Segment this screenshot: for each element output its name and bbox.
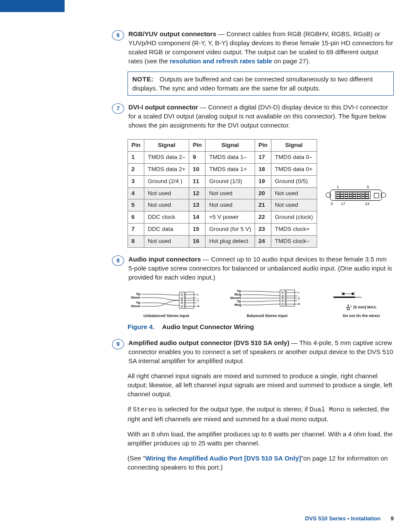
mono-text: Dual Mono (310, 406, 345, 414)
signal-cell: TMDS data 1– (206, 151, 255, 163)
dvi-pin-label: 1 (337, 184, 339, 190)
table-row: 2TMDS data 2+10TMDS data 1+18TMDS data 0… (128, 163, 317, 175)
svg-point-4 (181, 299, 183, 301)
pin-number-cell: 23 (255, 224, 271, 236)
figure-label: Figure 4. (128, 323, 155, 330)
item-text-after: on page 27). (272, 57, 310, 65)
pin-number-cell: 5 (128, 199, 144, 212)
wire-measure-icon (329, 289, 394, 302)
pin-number-cell: 10 (189, 163, 206, 175)
signal-cell: Not used (206, 199, 255, 212)
footer-title: DVS 510 Series • Installation (305, 515, 380, 522)
svg-text:L: L (197, 293, 199, 296)
dvi-connector-diagram: 1 8 9 17 24 (326, 188, 386, 202)
svg-text:R: R (197, 305, 199, 308)
wire-measure-text: 3 16 " (5 mm) MAX. (329, 304, 394, 311)
pin-number-cell: 9 (189, 151, 206, 163)
table-row: 4Not used12Not used20Not used (128, 187, 317, 199)
bullet-number: 6 (112, 30, 124, 40)
pin-number-cell: 21 (255, 199, 271, 212)
pin-number-cell: 4 (128, 187, 144, 199)
bullet-number: 9 (112, 339, 124, 349)
figure-4-caption: Figure 4. Audio Input Connector Wiring (128, 322, 394, 331)
item-title: Amplified audio output connector (DVS 51… (128, 339, 290, 346)
wire-label: Tip (136, 301, 140, 305)
signal-cell: TMDS clock– (271, 236, 317, 248)
pin-number-cell: 14 (189, 212, 206, 224)
paragraph: With an 8 ohm load, the amplifier produc… (128, 429, 394, 448)
item-body: RGB/YUV output connectors — Connect cabl… (128, 29, 394, 65)
pin-number-cell: 6 (128, 212, 144, 224)
item-title: DVI-I output connector (128, 103, 198, 111)
table-header: Signal (271, 140, 317, 152)
signal-cell: Ground (2/4 ) (144, 175, 189, 187)
signal-cell: Not used (271, 187, 317, 199)
signal-cell: Not used (144, 199, 189, 212)
list-item-6: 6 RGB/YUV output connectors — Connect ca… (112, 29, 394, 65)
dvi-pin-label: 24 (365, 201, 370, 207)
pin-number-cell: 2 (128, 163, 144, 175)
balanced-stereo-diagram: TipRingSleevesTipRing L–⏚–R (226, 288, 308, 319)
figure-caption: Unbalanced Stereo Input (128, 313, 205, 319)
signal-cell: Ground (for 5 V) (206, 224, 255, 236)
wire-length-diagram: 3 16 " (5 mm) MAX. Do not tin the wires! (329, 289, 394, 319)
bullet-number: 7 (112, 103, 124, 114)
signal-cell: TMDS data 0+ (271, 163, 317, 175)
svg-point-25 (282, 295, 283, 297)
pin-number-cell: 8 (128, 236, 144, 248)
table-row: 5Not used13Not used21Not used (128, 199, 317, 212)
table-header: Signal (206, 140, 255, 152)
signal-cell: TMDS data 1+ (206, 163, 255, 175)
signal-cell: DDC data (144, 224, 189, 236)
svg-text:–: – (298, 299, 300, 302)
audio-wiring-figures: Tip Sleeve Tip Sleeve (128, 288, 394, 319)
table-row: 7DDC data15Ground (for 5 V)23TMDS clock+ (128, 224, 317, 236)
pin-number-cell: 19 (255, 175, 271, 187)
pin-number-cell: 12 (189, 187, 206, 199)
page-footer: DVS 510 Series • Installation 9 (112, 515, 394, 523)
signal-cell: DDC clock (144, 212, 189, 224)
pin-number-cell: 22 (255, 212, 271, 224)
paragraph: If Stereo is selected for the output typ… (128, 404, 394, 423)
pin-number-cell: 1 (128, 151, 144, 163)
svg-text:Tip: Tip (237, 289, 241, 293)
svg-text:Tip: Tip (237, 300, 241, 303)
bullet-number: 8 (112, 255, 124, 266)
item-body: Audio input connectors — Connect up to 1… (128, 255, 394, 282)
svg-point-26 (282, 297, 283, 299)
pin-number-cell: 17 (255, 151, 271, 163)
pin-number-cell: 20 (255, 187, 271, 199)
header-color-bar (0, 0, 65, 12)
wiring-diagram-icon: Tip Sleeve Tip Sleeve (128, 290, 205, 311)
signal-cell: Not used (271, 199, 317, 212)
svg-point-2 (181, 294, 183, 296)
figure-caption: Do not tin the wires! (329, 313, 394, 319)
svg-text:Ring: Ring (234, 293, 241, 296)
dvi-pin-label: 9 (331, 201, 333, 207)
wire-label: Sleeve (131, 296, 140, 299)
figure-title: Audio Input Connector Wiring (162, 323, 254, 330)
pin-number-cell: 11 (189, 175, 206, 187)
pin-number-cell: 3 (128, 175, 144, 187)
dvi-pin-table: PinSignalPinSignalPinSignal 1TMDS data 2… (128, 139, 317, 248)
signal-cell: +5 V power (206, 212, 255, 224)
pin-number-cell: 16 (189, 236, 206, 248)
note-text: Outputs are buffered and can be connecte… (132, 75, 373, 92)
dvi-pin-label: 17 (341, 201, 346, 207)
item-body: DVI-I output connector — Connect a digit… (128, 103, 394, 130)
wiring-diagram-icon: TipRingSleevesTipRing L–⏚–R (226, 288, 308, 311)
signal-cell: Not used (144, 236, 189, 248)
svg-point-24 (282, 292, 283, 293)
signal-cell: Not used (144, 187, 189, 199)
wiring-audio-port-link[interactable]: Wiring the Amplified Audio Port [DVS 510… (145, 454, 301, 462)
table-row: 3Ground (2/4 )11Ground (1/3)19Ground (0/… (128, 175, 317, 187)
pin-number-cell: 15 (189, 224, 206, 236)
svg-point-28 (282, 303, 283, 305)
signal-cell: TMDS clock+ (271, 224, 317, 236)
list-item-7: 7 DVI-I output connector — Connect a dig… (112, 103, 394, 130)
resolution-table-link[interactable]: resolution and refresh rates table (170, 57, 272, 65)
pin-number-cell: 7 (128, 224, 144, 236)
svg-text:R: R (298, 303, 300, 305)
note-label: NOTE: (132, 75, 153, 83)
unbalanced-stereo-diagram: Tip Sleeve Tip Sleeve (128, 290, 205, 319)
